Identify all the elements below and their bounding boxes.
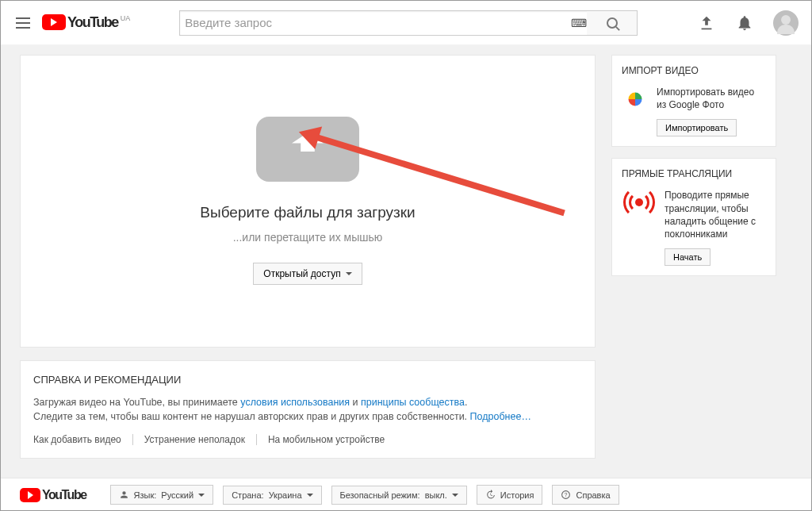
help-panel: СПРАВКА И РЕКОМЕНДАЦИИ Загружая видео на… xyxy=(20,360,596,459)
help-link-mobile[interactable]: На мобильном устройстве xyxy=(257,434,396,445)
help-link-howto[interactable]: Как добавить видео xyxy=(33,434,133,445)
upload-title: Выберите файлы для загрузки xyxy=(200,204,415,221)
footer-logo-text: YouTube xyxy=(42,488,86,502)
help-button[interactable]: ? Справка xyxy=(552,485,619,505)
avatar[interactable] xyxy=(773,10,799,36)
chevron-down-icon xyxy=(307,494,313,497)
person-icon xyxy=(119,490,129,500)
history-button[interactable]: История xyxy=(477,485,543,505)
footer-logo[interactable]: YouTube xyxy=(20,488,86,502)
upload-icon[interactable] xyxy=(697,13,716,33)
live-button[interactable]: Начать xyxy=(665,248,710,266)
chevron-down-icon xyxy=(346,272,352,275)
history-icon xyxy=(485,490,496,500)
help-icon: ? xyxy=(561,490,571,500)
live-card: ПРЯМЫЕ ТРАНСЛЯЦИИ Проводите прямые транс… xyxy=(611,158,776,276)
upload-panel[interactable]: Выберите файлы для загрузки ...или перет… xyxy=(20,55,596,348)
country-picker[interactable]: Страна: Украина xyxy=(223,486,321,505)
keyboard-icon[interactable]: ⌨ xyxy=(571,17,587,29)
more-link[interactable]: Подробнее… xyxy=(470,411,531,422)
language-picker[interactable]: Язык: Русский xyxy=(110,485,214,505)
guidelines-link[interactable]: принципы сообщества xyxy=(361,397,465,408)
live-text: Проводите прямые трансляции, чтобы налад… xyxy=(665,189,766,240)
privacy-dropdown[interactable]: Открытый доступ xyxy=(253,263,362,285)
logo-region: UA xyxy=(121,14,131,22)
guide-button[interactable] xyxy=(13,13,33,33)
logo-play-icon xyxy=(20,488,40,502)
import-title: ИМПОРТ ВИДЕО xyxy=(622,65,766,76)
import-card: ИМПОРТ ВИДЕО Импортировать видео из Goog… xyxy=(611,55,776,147)
search-button[interactable] xyxy=(587,10,638,36)
logo[interactable]: YouTube UA xyxy=(42,14,130,31)
tos-link[interactable]: условия использования xyxy=(240,397,350,408)
search-form: ⌨ xyxy=(179,10,638,36)
content: Выберите файлы для загрузки ...или перет… xyxy=(1,45,811,478)
footer: YouTube Язык: Русский Страна: Украина Бе… xyxy=(1,478,811,511)
help-link-troubleshoot[interactable]: Устранение неполадок xyxy=(133,434,257,445)
help-links: Как добавить видео Устранение неполадок … xyxy=(33,434,582,445)
search-icon xyxy=(607,17,618,29)
sidebar-column: ИМПОРТ ВИДЕО Импортировать видео из Goog… xyxy=(611,55,776,459)
chevron-down-icon xyxy=(452,494,458,497)
masthead: YouTube UA ⌨ xyxy=(1,1,811,45)
import-button[interactable]: Импортировать xyxy=(657,119,737,136)
live-title: ПРЯМЫЕ ТРАНСЛЯЦИИ xyxy=(622,168,766,179)
live-icon xyxy=(622,189,657,216)
privacy-label: Открытый доступ xyxy=(263,268,340,279)
help-text: Загружая видео на YouTube, вы принимаете… xyxy=(33,395,582,425)
notifications-icon[interactable] xyxy=(735,13,754,33)
main-column: Выберите файлы для загрузки ...или перет… xyxy=(20,55,596,459)
logo-text: YouTube xyxy=(67,14,118,31)
logo-play-icon xyxy=(42,14,66,30)
safemode-picker[interactable]: Безопасный режим: выкл. xyxy=(331,486,467,505)
search-input[interactable] xyxy=(179,10,595,36)
masthead-right xyxy=(697,10,799,36)
google-photos-icon xyxy=(622,86,649,113)
svg-text:?: ? xyxy=(565,492,568,498)
upload-subtitle: ...или перетащите их мышью xyxy=(233,231,383,244)
help-title: СПРАВКА И РЕКОМЕНДАЦИИ xyxy=(33,374,582,386)
chevron-down-icon xyxy=(198,494,205,497)
import-text: Импортировать видео из Google Фото xyxy=(657,86,766,111)
